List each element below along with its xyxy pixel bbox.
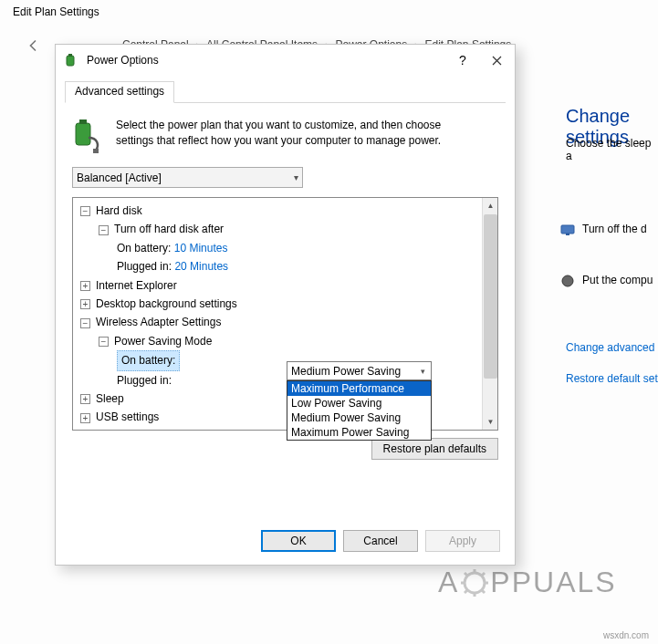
collapse-icon[interactable]: − (99, 337, 109, 347)
dropdown-option[interactable]: Maximum Performance (287, 381, 431, 396)
expand-icon[interactable]: + (80, 394, 90, 404)
svg-rect-3 (67, 56, 74, 66)
moon-icon (560, 274, 575, 288)
arrow-left-icon (24, 36, 42, 55)
intro-text: Select the power plan that you want to c… (116, 118, 444, 154)
svg-rect-4 (68, 54, 72, 57)
ok-button[interactable]: OK (261, 530, 336, 552)
collapse-icon[interactable]: − (80, 318, 90, 328)
value-label: Plugged in: (117, 260, 172, 273)
restore-defaults-button[interactable]: Restore plan defaults (371, 438, 498, 460)
watermark-text: PPUALS (490, 566, 616, 599)
battery-icon (63, 52, 79, 68)
setting-row-sleep: Put the compu (582, 274, 653, 286)
svg-line-16 (465, 590, 467, 593)
battery-plug-icon (72, 118, 103, 154)
settings-tree: −Hard disk −Turn off hard disk after On … (72, 197, 498, 431)
svg-point-2 (562, 275, 573, 286)
close-icon (492, 56, 502, 66)
psm-on-battery-dropdown[interactable]: Medium Power Saving ▾ (287, 361, 432, 380)
value-label: On battery: (121, 354, 175, 367)
dropdown-option[interactable]: Low Power Saving (287, 396, 431, 410)
parent-window-title: Edit Plan Settings (13, 5, 99, 18)
collapse-icon[interactable]: − (80, 206, 90, 216)
dropdown-option[interactable]: Medium Power Saving (287, 410, 431, 425)
svg-rect-6 (79, 119, 87, 124)
page-subtitle: Choose the sleep a (566, 137, 658, 162)
tree-value-plugged-in[interactable]: Plugged in: 20 Minutes (77, 257, 478, 275)
gear-icon (459, 567, 490, 598)
svg-rect-1 (566, 234, 569, 235)
svg-rect-5 (76, 123, 90, 145)
tab-strip: Advanced settings (65, 81, 506, 103)
tree-node-ie[interactable]: +Internet Explorer (77, 276, 478, 295)
dropdown-option[interactable]: Maximum Power Saving (287, 425, 431, 440)
tab-advanced-settings[interactable]: Advanced settings (65, 81, 174, 103)
dialog-title: Power Options (87, 54, 159, 67)
close-button[interactable] (478, 47, 515, 73)
dialog-titlebar[interactable]: Power Options ? (56, 45, 515, 76)
tree-label: Internet Explorer (96, 279, 177, 292)
svg-rect-0 (561, 225, 574, 234)
scroll-up-icon[interactable]: ▲ (483, 198, 498, 213)
setting-row-label: Turn off the d (582, 223, 647, 235)
tree-label: Power Saving Mode (114, 335, 212, 348)
value-link[interactable]: 10 Minutes (174, 242, 228, 254)
scroll-thumb[interactable] (484, 214, 497, 379)
expand-icon[interactable]: + (80, 413, 90, 423)
tree-node-desktop-bg[interactable]: +Desktop background settings (77, 295, 478, 313)
help-button[interactable]: ? (447, 47, 478, 73)
value-label: Plugged in: (117, 374, 172, 387)
svg-point-8 (465, 573, 485, 593)
setting-row-label: Put the compu (582, 274, 653, 286)
tree-node-power-saving-mode[interactable]: −Power Saving Mode (77, 332, 478, 350)
chevron-down-icon: ▾ (414, 367, 431, 376)
tree-label: USB settings (96, 410, 159, 423)
tree-label: Turn off hard disk after (114, 223, 224, 235)
svg-line-14 (482, 590, 485, 593)
tree-node-hard-disk[interactable]: −Hard disk (77, 202, 478, 220)
tree-label: Desktop background settings (96, 297, 237, 310)
restore-defaults-link[interactable]: Restore default set (566, 372, 658, 385)
expand-icon[interactable]: + (80, 281, 90, 291)
tree-label: Sleep (96, 392, 124, 405)
power-options-dialog: Power Options ? Advanced settings Select… (55, 44, 516, 566)
tree-label: Hard disk (96, 204, 142, 217)
change-advanced-link[interactable]: Change advanced (566, 341, 654, 354)
back-button[interactable] (24, 36, 46, 58)
display-icon (560, 223, 575, 237)
plan-select-value: Balanced [Active] (77, 171, 162, 184)
apply-button: Apply (425, 530, 500, 552)
tree-scrollbar[interactable]: ▲ ▼ (482, 198, 497, 430)
expand-icon[interactable]: + (80, 299, 90, 309)
value-label: On battery: (117, 242, 171, 254)
tree-node-turn-off-disk[interactable]: −Turn off hard disk after (77, 220, 478, 238)
cancel-button[interactable]: Cancel (343, 530, 418, 552)
value-link[interactable]: 20 Minutes (174, 260, 228, 273)
watermark: A PPUALS (438, 566, 617, 599)
tree-value-on-battery[interactable]: On battery: 10 Minutes (77, 239, 478, 257)
collapse-icon[interactable]: − (99, 225, 109, 235)
svg-rect-7 (93, 149, 99, 153)
svg-line-13 (465, 573, 467, 576)
plan-select[interactable]: Balanced [Active] ▾ (72, 167, 303, 188)
svg-line-15 (482, 573, 485, 576)
dropdown-value: Medium Power Saving (291, 365, 401, 378)
setting-row-display: Turn off the d (582, 223, 647, 235)
source-watermark: wsxdn.com (603, 630, 649, 640)
chevron-down-icon: ▾ (294, 172, 298, 182)
tree-node-wireless[interactable]: −Wireless Adapter Settings (77, 313, 478, 331)
scroll-down-icon[interactable]: ▼ (483, 414, 498, 430)
tree-label: Wireless Adapter Settings (96, 316, 221, 328)
psm-dropdown-list[interactable]: Maximum Performance Low Power Saving Med… (287, 380, 432, 441)
